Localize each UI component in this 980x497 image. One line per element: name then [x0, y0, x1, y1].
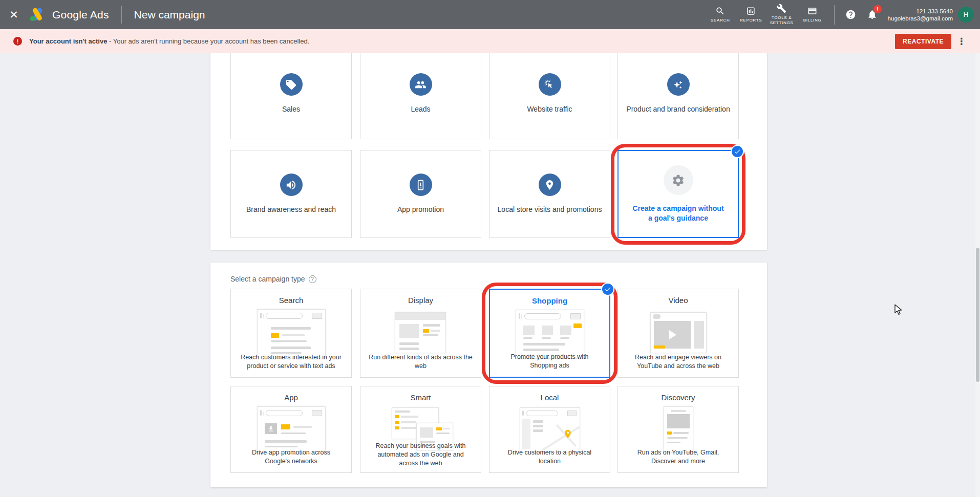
goal-card-label: App promotion [392, 205, 449, 214]
google-ads-logo [29, 8, 46, 22]
topbar-divider [121, 6, 122, 24]
notification-badge: ! [874, 5, 882, 13]
alert-message: Your account isn't active - Your ads are… [29, 37, 309, 45]
app-phone-icon [410, 174, 432, 196]
price-tag-icon [280, 73, 303, 96]
type-card-description: Reach customers interested in your produ… [231, 353, 351, 371]
type-card-smart[interactable]: Smart Reach your business goals with aut… [360, 386, 481, 473]
discovery-ads-thumbnail [644, 406, 713, 453]
type-card-app[interactable]: App Drive app promotion across Google's … [230, 386, 352, 473]
type-card-title: Video [618, 296, 738, 305]
check-icon [734, 148, 741, 155]
type-card-description: Reach and engage viewers on YouTube and … [618, 353, 738, 371]
display-ads-thumbnail [387, 309, 455, 358]
reports-nav-button[interactable]: REPORTS [736, 6, 766, 23]
type-card-title: Search [231, 296, 351, 305]
topbar-actions: SEARCH REPORTS TOOLS & SETTINGS BILLING … [705, 4, 980, 26]
alert-title: Your account isn't active [29, 37, 107, 45]
page-title: New campaign [134, 9, 205, 21]
search-nav-button[interactable]: SEARCH [705, 6, 736, 23]
type-card-description: Drive app promotion across Google's netw… [231, 448, 351, 466]
reactivate-button[interactable]: REACTIVATE [895, 34, 951, 49]
nav-label: SEARCH [711, 18, 730, 23]
goal-card-website-traffic[interactable]: Website traffic [489, 48, 610, 139]
nav-label: REPORTS [740, 18, 762, 23]
selected-check-badge [731, 145, 744, 158]
search-ads-thumbnail [257, 309, 326, 358]
goal-card-app-promotion[interactable]: App promotion [360, 150, 481, 238]
section-label-text: Select a campaign type [230, 275, 305, 283]
account-email: hugolebras3@gmail.com [888, 15, 953, 22]
map-pin-icon [564, 429, 571, 439]
type-card-search[interactable]: Search Reach customers interested in you… [230, 289, 352, 378]
alert-body: Your ads aren't running because your acc… [113, 37, 310, 45]
shopping-ads-thumbnail [516, 310, 584, 359]
goal-card-product-brand-consideration[interactable]: Product and brand consideration [617, 48, 739, 139]
type-card-title: Shopping [490, 296, 609, 305]
type-card-title: Smart [360, 393, 481, 402]
goal-card-leads[interactable]: Leads [360, 48, 481, 139]
help-icon [845, 9, 856, 20]
type-card-video[interactable]: Video Reach and engage viewers on YouTub… [617, 289, 739, 378]
type-card-title: Local [489, 393, 610, 402]
type-card-description: Promote your products with Shopping ads [490, 353, 609, 370]
scrollbar-track[interactable] [975, 53, 980, 497]
goal-card-label: Local store visits and promotions [493, 205, 607, 214]
nav-label: TOOLS & SETTINGS [766, 15, 797, 26]
campaign-type-section-label: Select a campaign type ? [230, 275, 316, 283]
scrollbar-thumb[interactable] [976, 248, 979, 382]
local-ads-thumbnail [516, 406, 584, 453]
video-ads-thumbnail [644, 309, 713, 358]
type-card-description: Run different kinds of ads across the we… [360, 353, 481, 371]
check-icon [604, 286, 611, 293]
close-icon[interactable]: ✕ [0, 9, 28, 21]
app-ads-thumbnail [257, 406, 326, 453]
download-icon [267, 425, 274, 433]
google-ads-new-campaign-screen: ✕ Google Ads New campaign SEARCH REPORTS… [0, 0, 980, 497]
nav-label: BILLING [803, 18, 822, 23]
type-card-description: Drive customers to a physical location [489, 448, 610, 466]
alert-separator: - [107, 37, 113, 45]
search-icon [715, 6, 725, 16]
notifications-button[interactable]: ! [861, 9, 884, 20]
selected-check-badge [601, 283, 614, 296]
type-card-display[interactable]: Display Run different kinds of ads acros… [360, 289, 481, 378]
account-phone: 121-333-5640 [888, 8, 953, 15]
error-icon: ! [13, 37, 22, 46]
type-card-description: Reach your business goals with automated… [360, 442, 481, 468]
avatar[interactable]: H [958, 7, 974, 23]
account-info: 121-333-5640 hugolebras3@gmail.com [888, 8, 953, 22]
goal-card-no-goal-guidance[interactable]: Create a campaign without a goal's guida… [617, 150, 739, 238]
gear-icon [664, 165, 693, 195]
help-button[interactable] [841, 9, 861, 20]
type-card-title: App [231, 393, 351, 402]
megaphone-icon [280, 174, 303, 196]
goal-card-label: Website traffic [522, 104, 577, 114]
kebab-menu-icon[interactable]: ⋮ [951, 37, 972, 46]
goal-card-label: Sales [277, 104, 305, 114]
top-app-bar: ✕ Google Ads New campaign SEARCH REPORTS… [0, 0, 980, 29]
help-icon[interactable]: ? [309, 275, 316, 283]
wrench-icon [777, 4, 786, 13]
goal-card-local-store-visits[interactable]: Local store visits and promotions [489, 150, 610, 238]
cursor-click-icon [539, 73, 561, 96]
type-card-discovery[interactable]: Discovery Run ads on YouTube, Gmail, Dis… [617, 386, 739, 473]
goal-card-sales[interactable]: Sales [230, 48, 352, 139]
type-card-shopping[interactable]: Shopping Promote your products with Shop… [489, 289, 610, 378]
goal-card-brand-awareness[interactable]: Brand awareness and reach [230, 150, 352, 238]
goal-card-label: Create a campaign without a goal's guida… [626, 204, 731, 222]
people-icon [410, 73, 432, 96]
type-card-title: Discovery [618, 393, 738, 402]
billing-nav-button[interactable]: BILLING [797, 6, 828, 23]
topbar-divider [834, 5, 835, 25]
reports-icon [746, 6, 756, 16]
goal-card-label: Product and brand consideration [621, 104, 735, 114]
type-card-local[interactable]: Local Drive customers to a physical loca… [489, 386, 610, 473]
type-card-description: Run ads on YouTube, Gmail, Discover and … [618, 448, 738, 466]
product-name: Google Ads [52, 9, 109, 21]
mouse-cursor [892, 303, 905, 316]
goal-card-label: Brand awareness and reach [241, 205, 341, 214]
type-card-title: Display [360, 296, 481, 305]
tools-settings-nav-button[interactable]: TOOLS & SETTINGS [766, 4, 797, 26]
sparkles-icon [667, 73, 690, 96]
